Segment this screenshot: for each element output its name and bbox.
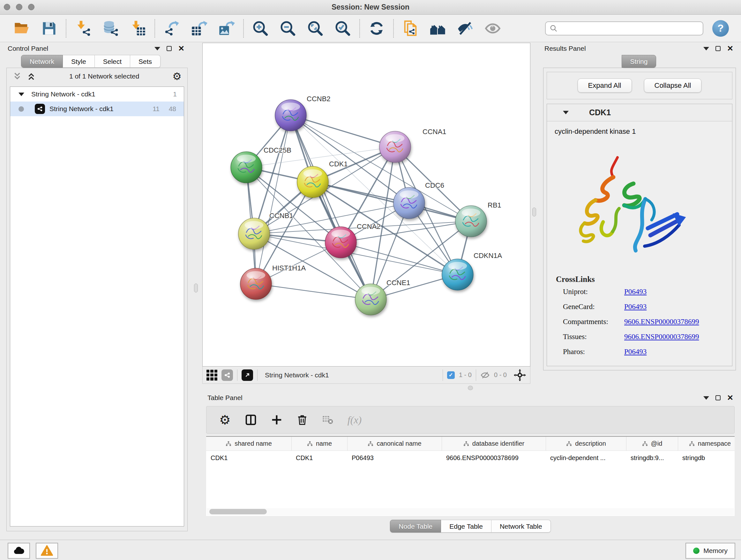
open-session-button[interactable]: [13, 20, 30, 37]
table-cell[interactable]: stringdb:9...: [626, 451, 678, 465]
pan-crosshair-icon[interactable]: [514, 369, 526, 381]
show-glass-button[interactable]: [484, 20, 501, 37]
column-header-name[interactable]: name: [291, 437, 347, 450]
selected-items-checkbox[interactable]: ✓: [447, 371, 455, 379]
import-network-from-database-button[interactable]: [102, 20, 119, 37]
collapse-all-icon[interactable]: [12, 71, 22, 81]
network-node-HIST1H1A[interactable]: [240, 268, 272, 300]
table-horizontal-scrollbar[interactable]: [207, 508, 734, 515]
right-splitter-grip[interactable]: [532, 207, 536, 216]
column-header-database-identifier[interactable]: database identifier: [442, 437, 546, 450]
crosslink-link-uniprot[interactable]: P06493: [624, 288, 647, 296]
table-cell[interactable]: CDK1: [291, 451, 347, 465]
export-network-button[interactable]: [163, 20, 180, 37]
collection-expander-icon[interactable]: [18, 92, 24, 96]
export-table-button[interactable]: [191, 20, 207, 37]
delete-column-trash-icon[interactable]: [296, 414, 308, 426]
scrollbar-thumb[interactable]: [209, 509, 267, 514]
gene-section-header[interactable]: CDK1: [547, 104, 732, 121]
tab-style[interactable]: Style: [63, 55, 95, 68]
network-edge[interactable]: [256, 284, 371, 300]
zoom-fit-button[interactable]: [307, 20, 324, 37]
column-header-shared-name[interactable]: shared name: [206, 437, 291, 450]
string-home-button[interactable]: [429, 20, 446, 37]
table-cell[interactable]: stringdb: [678, 451, 735, 465]
network-node-CCNE1[interactable]: [355, 284, 387, 315]
grid-view-icon[interactable]: [206, 370, 217, 381]
expand-all-icon[interactable]: [26, 71, 36, 81]
memory-button[interactable]: Memory: [685, 543, 735, 559]
crosslink-link-tissues[interactable]: 9606.ENSP00000378699: [624, 333, 699, 341]
tab-select[interactable]: Select: [95, 55, 130, 68]
collapse-all-button[interactable]: Collapse All: [644, 78, 702, 92]
tab-network[interactable]: Network: [21, 55, 63, 68]
network-node-CCNA2[interactable]: [325, 227, 356, 258]
export-image-button[interactable]: [218, 20, 235, 37]
panel-menu-icon[interactable]: [703, 396, 709, 400]
string-document-button[interactable]: [402, 20, 419, 37]
section-expander-icon[interactable]: [563, 111, 569, 114]
panel-menu-icon[interactable]: [703, 47, 709, 51]
column-header-canonical-name[interactable]: canonical name: [347, 437, 442, 450]
zoom-window-button[interactable]: [28, 4, 35, 10]
close-panel-icon[interactable]: ✕: [727, 394, 733, 401]
hide-glass-button[interactable]: [457, 20, 474, 37]
crosslink-link-pharos[interactable]: P06493: [624, 348, 647, 356]
network-options-gear-icon[interactable]: ⚙: [172, 71, 182, 81]
table-options-gear-icon[interactable]: ⚙: [219, 414, 231, 426]
close-panel-icon[interactable]: ✕: [178, 45, 185, 52]
create-column-plus-icon[interactable]: [271, 414, 282, 426]
column-header-description[interactable]: description: [546, 437, 626, 450]
column-header-id[interactable]: @id: [626, 437, 678, 450]
float-panel-icon[interactable]: [716, 395, 721, 400]
tab-node-table[interactable]: Node Table: [390, 520, 441, 533]
zoom-out-button[interactable]: [280, 20, 296, 37]
float-panel-icon[interactable]: [166, 46, 172, 51]
column-header-namespace[interactable]: namespace: [678, 437, 735, 450]
minimize-window-button[interactable]: [16, 4, 22, 10]
string-network-graph[interactable]: CCNB2CCNA1CDC25BCDK1CDC6RB1CCNB1CCNA2CDK…: [203, 43, 530, 366]
refresh-button[interactable]: [368, 20, 385, 37]
table-cell[interactable]: CDK1: [206, 451, 291, 465]
bottom-splitter-grip[interactable]: [468, 386, 473, 390]
network-node-CCNB2[interactable]: [275, 100, 307, 131]
network-node-RB1[interactable]: [455, 206, 487, 237]
cloud-status-button[interactable]: [8, 543, 30, 559]
expand-all-button[interactable]: Expand All: [578, 78, 632, 92]
search-input[interactable]: [560, 24, 699, 32]
zoom-selected-button[interactable]: [334, 20, 351, 37]
network-view-canvas[interactable]: CCNB2CCNA1CDC25BCDK1CDC6RB1CCNB1CCNA2CDK…: [202, 43, 530, 367]
window-controls[interactable]: [4, 4, 35, 10]
network-node-CDC25B[interactable]: [231, 152, 262, 183]
tab-edge-table[interactable]: Edge Table: [441, 520, 491, 533]
import-network-button[interactable]: [75, 20, 91, 37]
network-edge[interactable]: [291, 115, 395, 147]
network-row-selected[interactable]: String Network - cdk1 11 48: [10, 102, 184, 116]
table-cell[interactable]: 9606.ENSP00000378699: [442, 451, 546, 465]
network-collection-row[interactable]: String Network - cdk1 1: [10, 87, 184, 102]
import-table-button[interactable]: [130, 20, 146, 37]
show-columns-icon[interactable]: [245, 414, 257, 426]
crosslink-link-compartments[interactable]: 9606.ENSP00000378699: [624, 318, 699, 326]
table-cell[interactable]: P06493: [347, 451, 442, 465]
table-cell[interactable]: cyclin-dependent ...: [546, 451, 626, 465]
save-session-button[interactable]: [41, 20, 57, 37]
help-button[interactable]: ?: [712, 20, 729, 37]
network-edge[interactable]: [256, 115, 291, 284]
hidden-items-icon[interactable]: [480, 370, 490, 380]
network-node-CDKN1A[interactable]: [442, 259, 473, 290]
detach-view-icon[interactable]: [242, 369, 253, 381]
network-view-mode-icon[interactable]: [221, 369, 233, 381]
tab-network-table[interactable]: Network Table: [491, 520, 551, 533]
network-edge[interactable]: [313, 182, 471, 221]
network-node-CCNA1[interactable]: [380, 131, 411, 163]
close-panel-icon[interactable]: ✕: [727, 45, 733, 52]
tab-sets[interactable]: Sets: [130, 55, 160, 68]
network-node-CCNB1[interactable]: [239, 218, 270, 249]
network-node-CDC6[interactable]: [394, 187, 425, 219]
left-splitter-grip[interactable]: [194, 284, 198, 293]
network-node-CDK1[interactable]: [297, 166, 328, 198]
search-field[interactable]: [545, 21, 703, 36]
close-window-button[interactable]: [4, 4, 10, 10]
float-panel-icon[interactable]: [716, 46, 721, 51]
